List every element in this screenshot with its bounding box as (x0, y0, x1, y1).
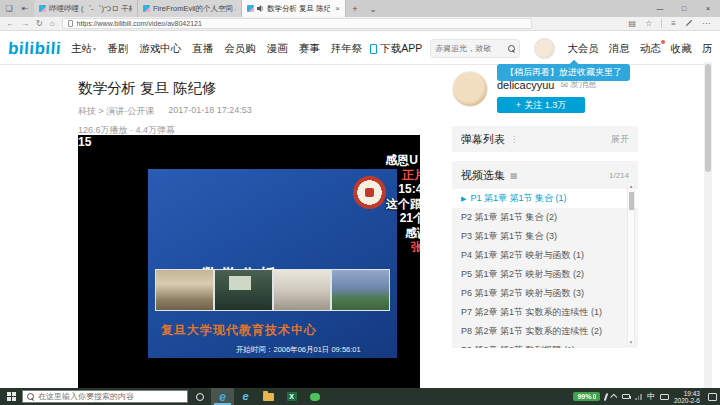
nav-item[interactable]: 拜年祭 ▾ (331, 42, 363, 56)
playlist-item[interactable]: ▶ P9 第2章 第2节 数列极限 (1) (452, 341, 638, 348)
charging-icon (593, 394, 596, 399)
favorite-star-icon[interactable]: ☆ (645, 20, 652, 28)
playlist-item[interactable]: ▶ P4 第1章 第2节 映射与函数 (1) (452, 246, 638, 265)
playlist-item[interactable]: ▶ P7 第2章 第1节 实数系的连续性 (1) (452, 303, 638, 322)
battery-percent-badge[interactable]: 99% (573, 392, 600, 401)
excel-taskbar-button[interactable]: X (280, 388, 303, 405)
scroll-up-icon[interactable]: ▲ (628, 183, 634, 189)
edge-taskbar-button[interactable]: e (211, 388, 234, 405)
nav-item[interactable]: 会员购 ▾ (224, 42, 256, 56)
expand-link[interactable]: 展开 (611, 133, 629, 146)
playlist-scrollbar[interactable]: ▲ ▼ (627, 182, 635, 346)
set-tabs-aside-icon[interactable]: ⇤ (20, 4, 30, 14)
taskbar-clock[interactable]: 19:43 2020-2-6 (674, 390, 700, 404)
nav-item[interactable]: 直播 ▾ (192, 42, 213, 56)
window-maximize-button[interactable]: □ (672, 0, 696, 17)
tab-strip: 哔哩哔哩 (゜-゜)つロ 干杯~ × FireFromEvil的个人空间 - 哔… (34, 0, 346, 17)
playlist-item[interactable]: ▶ P1 第1章 第1节 集合 (1) (452, 189, 638, 208)
kebab-menu-icon[interactable]: ⋮ (510, 135, 518, 144)
nav-item[interactable]: 漫画 ▾ (267, 42, 288, 56)
network-icon[interactable] (635, 394, 642, 400)
user-nav-item[interactable]: 动态 (640, 42, 661, 56)
url-field[interactable]: https://www.bilibili.com/video/av8042121 (62, 18, 532, 29)
user-nav-item[interactable]: 收藏 (671, 42, 692, 56)
tab-audio-icon[interactable] (257, 5, 264, 12)
new-tab-button[interactable]: + (346, 0, 364, 17)
nav-item-label: 漫画 (267, 42, 288, 56)
user-nav-item[interactable]: 消息 (609, 42, 630, 56)
ie-taskbar-button[interactable]: e (234, 388, 257, 405)
user-avatar[interactable] (534, 38, 555, 59)
playlist-item-label: P9 第2章 第2节 数列极限 (1) (461, 344, 575, 348)
nav-item-label: 直播 (192, 42, 213, 56)
page-scrollbar[interactable] (704, 62, 712, 388)
bilibili-logo[interactable]: bilibili (7, 39, 62, 59)
wechat-taskbar-button[interactable] (303, 388, 326, 405)
header-search-input[interactable] (435, 44, 508, 53)
input-language-indicator[interactable]: 中 (647, 393, 655, 401)
window-close-button[interactable]: × (696, 0, 720, 17)
browser-tab[interactable]: 哔哩哔哩 (゜-゜)つロ 干杯~ × (34, 0, 138, 17)
taskbar-search-input[interactable] (38, 392, 183, 401)
action-center-icon[interactable] (708, 393, 717, 401)
hidden-icons-chevron-icon[interactable] (611, 394, 618, 401)
nav-item[interactable]: 赛事 ▾ (299, 42, 320, 56)
tab-close-icon[interactable]: × (333, 4, 340, 13)
refresh-icon[interactable]: ↻ (36, 20, 43, 28)
playlist-scroll-thumb[interactable] (629, 192, 634, 210)
playlist-item-label: P8 第2章 第1节 实数系的连续性 (2) (461, 325, 602, 338)
header-search-box[interactable] (430, 39, 520, 58)
playlist-panel: 视频选集 ▦ 1/214 ▶ P1 第1章 第1节 集合 (1) ▶ (452, 161, 638, 348)
nav-item[interactable]: 主站 ▾ (71, 42, 96, 56)
user-nav-item[interactable]: 大会员 (567, 42, 599, 56)
windows-logo-icon (7, 392, 16, 401)
home-icon[interactable]: ⌂ (50, 20, 55, 28)
hub-icon[interactable]: ≡ (671, 20, 676, 28)
danmaku-comment: 感恩U (385, 152, 418, 169)
playlist-item[interactable]: ▶ P3 第1章 第1节 集合 (3) (452, 227, 638, 246)
web-note-icon[interactable] (685, 19, 693, 29)
search-icon[interactable] (508, 45, 515, 52)
tab-favicon-icon (143, 5, 150, 12)
fudan-university-seal-icon (353, 176, 386, 209)
download-app-link[interactable]: 下载APP (370, 42, 422, 56)
user-nav-item[interactable]: 历史 (702, 42, 712, 56)
cortana-button[interactable] (188, 388, 211, 405)
nav-item[interactable]: 番剧 ▾ (107, 42, 128, 56)
grid-view-icon[interactable]: ▦ (510, 171, 518, 180)
playlist-item[interactable]: ▶ P2 第1章 第1节 集合 (2) (452, 208, 638, 227)
tab-preview-icon[interactable]: ❏ (4, 4, 14, 14)
browser-tab[interactable]: FireFromEvil的个人空间 - 哔 × (138, 0, 242, 17)
playlist-item[interactable]: ▶ P6 第1章 第2节 映射与函数 (3) (452, 284, 638, 303)
more-icon[interactable]: ⋯ (702, 20, 710, 28)
folder-icon (263, 393, 274, 401)
tab-dropdown-icon[interactable]: ⌄ (364, 0, 382, 17)
file-explorer-button[interactable] (257, 388, 280, 405)
plus-icon: + (516, 100, 521, 110)
page-scroll-thumb[interactable] (705, 64, 711, 172)
nav-item[interactable]: 游戏中心 ▾ (139, 42, 181, 56)
video-player[interactable]: 数学分析 陈纪修 复旦大学现代教育技术中心 开始时间：2006年06月01日 0… (78, 135, 420, 388)
video-category[interactable]: 科技 > 演讲·公开课 (78, 105, 154, 118)
battery-icon[interactable] (622, 394, 630, 399)
playlist-item[interactable]: ▶ P8 第2章 第1节 实数系的连续性 (2) (452, 322, 638, 341)
reading-view-icon[interactable]: ▤ (629, 20, 637, 28)
playlist-item[interactable]: ▶ P5 第1章 第2节 映射与函数 (2) (452, 265, 638, 284)
follow-button[interactable]: + 关注 1.3万 (497, 97, 585, 113)
danmaku-list-bar[interactable]: 弹幕列表 ⋮ 展开 (452, 126, 638, 152)
browser-address-bar: ← → ↻ ⌂ https://www.bilibili.com/video/a… (0, 17, 720, 31)
taskbar-search-box[interactable] (22, 390, 188, 403)
start-button[interactable] (0, 388, 22, 405)
touch-keyboard-icon[interactable] (660, 394, 669, 400)
classroom-photo (215, 270, 272, 310)
pen-icon[interactable] (604, 392, 609, 400)
tab-title: 哔哩哔哩 (゜-゜)つロ 干杯~ (49, 4, 132, 14)
tab-favicon-icon (247, 5, 254, 12)
uploader-avatar[interactable] (452, 71, 488, 107)
back-icon[interactable]: ← (6, 20, 14, 28)
forward-icon[interactable]: → (21, 20, 29, 28)
browser-tab[interactable]: 数学分析 复旦 陈纪 × (242, 0, 346, 17)
scroll-down-icon[interactable]: ▼ (628, 339, 634, 345)
window-minimize-button[interactable]: — (648, 0, 672, 17)
danmaku-comment: 正片 (402, 167, 420, 184)
